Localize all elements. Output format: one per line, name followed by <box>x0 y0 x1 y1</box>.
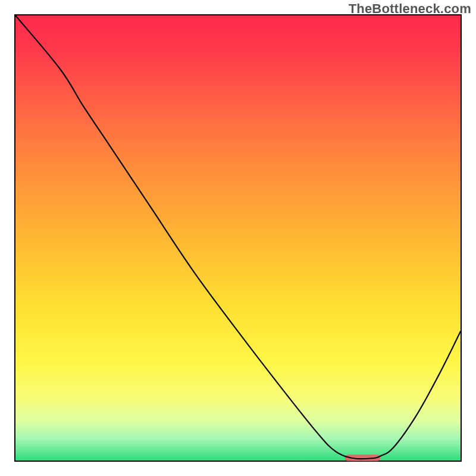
chart-container: TheBottleneck.com <box>0 0 476 476</box>
bottleneck-curve <box>15 15 461 459</box>
plot-area <box>14 14 462 462</box>
chart-overlay <box>15 15 461 461</box>
